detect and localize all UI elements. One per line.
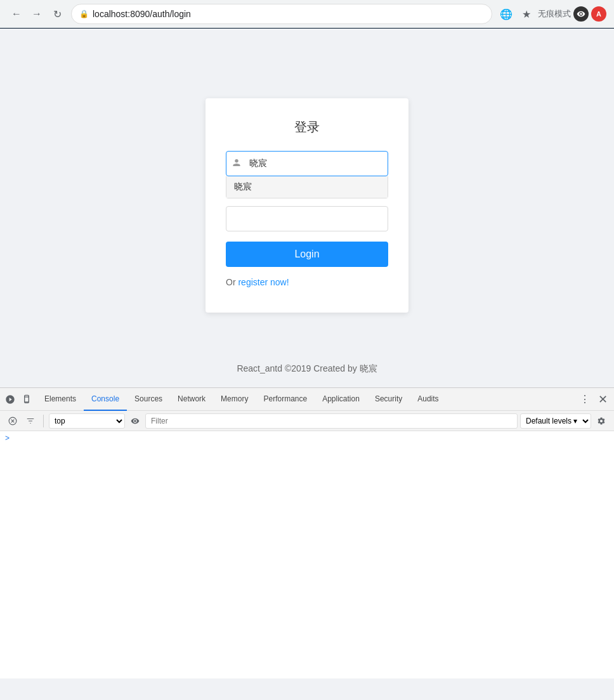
or-text: Or	[226, 277, 236, 287]
autocomplete-dropdown: 晓宸	[226, 176, 388, 198]
filter-toggle-button[interactable]	[23, 413, 38, 429]
tab-elements-label: Elements	[44, 394, 76, 403]
password-input[interactable]	[234, 214, 380, 224]
address-bar-container: 🔒	[71, 4, 492, 24]
page-content: 登录 晓宸 Login Or register now! React_ant	[0, 29, 614, 387]
register-area: Or register now!	[226, 277, 388, 287]
password-area	[226, 206, 388, 231]
devtools-settings-button[interactable]	[594, 413, 609, 429]
tab-memory-label: Memory	[221, 394, 248, 403]
tab-sources[interactable]: Sources	[127, 388, 170, 411]
page-footer: React_antd ©2019 Created by 晓宸	[224, 351, 389, 387]
login-button[interactable]: Login	[226, 242, 388, 267]
device-toggle-button[interactable]	[19, 392, 34, 407]
devtools-close-button[interactable]: ✕	[594, 391, 611, 408]
lock-icon: 🔒	[79, 10, 89, 18]
incognito-icon	[573, 6, 589, 22]
devtools-more-button[interactable]: ⋮	[576, 391, 594, 408]
eye-button[interactable]	[127, 413, 143, 429]
login-title: 登录	[226, 119, 388, 136]
devtools-console-toolbar: top Default levels ▾	[0, 411, 614, 431]
tab-performance-label: Performance	[263, 394, 307, 403]
clear-console-button[interactable]	[5, 413, 20, 429]
context-selector[interactable]: top	[49, 413, 125, 429]
tab-security-label: Security	[375, 394, 402, 403]
autocomplete-option-text: 晓宸	[234, 181, 252, 193]
tab-sources-label: Sources	[134, 394, 162, 403]
nav-buttons: ← → ↻	[8, 5, 66, 23]
incognito-label: 无痕模式	[538, 8, 571, 20]
user-icon	[232, 159, 241, 169]
tab-console-label: Console	[91, 394, 119, 403]
address-input[interactable]	[93, 9, 484, 19]
toolbar-separator	[43, 415, 44, 427]
console-prompt-icon: >	[5, 434, 10, 443]
inspect-element-button[interactable]	[3, 392, 18, 407]
tab-audits-label: Audits	[417, 394, 438, 403]
tab-audits[interactable]: Audits	[410, 388, 446, 411]
tab-application-label: Application	[322, 394, 360, 403]
tab-performance[interactable]: Performance	[256, 388, 315, 411]
username-input[interactable]	[226, 151, 388, 176]
back-button[interactable]: ←	[8, 5, 25, 23]
tab-network-label: Network	[178, 394, 206, 403]
tab-application[interactable]: Application	[315, 388, 367, 411]
username-wrapper	[226, 151, 388, 176]
register-link[interactable]: register now!	[238, 277, 289, 287]
tab-network[interactable]: Network	[170, 388, 213, 411]
tab-console[interactable]: Console	[84, 388, 127, 411]
browser-actions: 🌐 ★ 无痕模式 A	[497, 5, 606, 23]
tab-memory[interactable]: Memory	[213, 388, 256, 411]
tab-security[interactable]: Security	[367, 388, 410, 411]
reload-button[interactable]: ↻	[48, 5, 66, 23]
devtools-left-tools	[3, 392, 34, 407]
autocomplete-item[interactable]: 晓宸	[226, 176, 388, 198]
bookmark-button[interactable]: ★	[518, 5, 535, 23]
log-level-select[interactable]: Default levels ▾	[520, 413, 591, 429]
devtools-panel: Elements Console Sources Network Memory …	[0, 387, 614, 678]
devtools-tabs-bar: Elements Console Sources Network Memory …	[0, 388, 614, 411]
browser-chrome: ← → ↻ 🔒 🌐 ★ 无痕模式 A	[0, 0, 614, 29]
console-prompt-line: >	[5, 434, 609, 443]
devtools-console-area: >	[0, 431, 614, 678]
tab-elements[interactable]: Elements	[37, 388, 84, 411]
forward-button[interactable]: →	[28, 5, 46, 23]
translate-button[interactable]: 🌐	[497, 5, 515, 23]
login-card: 登录 晓宸 Login Or register now!	[206, 98, 408, 313]
user-avatar: A	[591, 6, 606, 22]
console-filter-input[interactable]	[145, 413, 518, 429]
browser-toolbar: ← → ↻ 🔒 🌐 ★ 无痕模式 A	[0, 0, 614, 28]
